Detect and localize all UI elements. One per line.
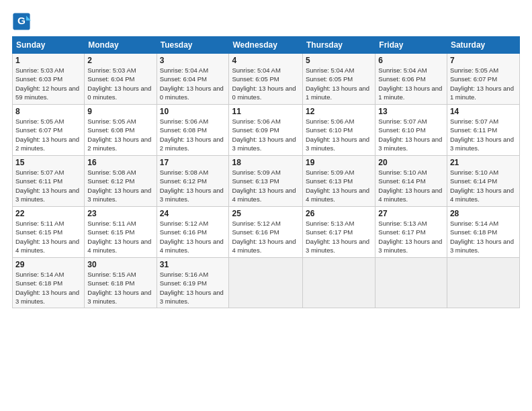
day-number: 18 — [232, 158, 300, 167]
week-row-3: 15Sunrise: 5:07 AMSunset: 6:11 PMDayligh… — [13, 156, 520, 207]
day-info: Sunrise: 5:13 AMSunset: 6:17 PMDaylight:… — [378, 219, 444, 255]
day-number: 22 — [15, 209, 81, 218]
weekday-header-friday: Friday — [375, 37, 447, 54]
day-number: 5 — [306, 56, 372, 65]
day-info: Sunrise: 5:06 AMSunset: 6:10 PMDaylight:… — [306, 117, 372, 152]
week-row-5: 29Sunrise: 5:14 AMSunset: 6:18 PMDayligh… — [13, 258, 520, 308]
day-cell: 1Sunrise: 5:03 AMSunset: 6:03 PMDaylight… — [13, 54, 85, 105]
day-number: 30 — [87, 260, 153, 269]
day-cell: 21Sunrise: 5:10 AMSunset: 6:14 PMDayligh… — [447, 156, 519, 207]
day-info: Sunrise: 5:07 AMSunset: 6:11 PMDaylight:… — [450, 117, 517, 152]
day-info: Sunrise: 5:06 AMSunset: 6:09 PMDaylight:… — [232, 117, 300, 152]
day-info: Sunrise: 5:09 AMSunset: 6:13 PMDaylight:… — [306, 168, 372, 203]
day-number: 14 — [450, 107, 517, 116]
day-number: 4 — [232, 56, 300, 65]
day-cell: 23Sunrise: 5:11 AMSunset: 6:15 PMDayligh… — [85, 207, 157, 258]
day-info: Sunrise: 5:05 AMSunset: 6:08 PMDaylight:… — [87, 117, 153, 152]
logo-icon: G — [12, 12, 31, 31]
day-info: Sunrise: 5:09 AMSunset: 6:13 PMDaylight:… — [232, 168, 300, 203]
day-number: 24 — [160, 209, 226, 218]
day-cell: 27Sunrise: 5:13 AMSunset: 6:17 PMDayligh… — [375, 207, 447, 258]
day-cell: 4Sunrise: 5:04 AMSunset: 6:05 PMDaylight… — [229, 54, 303, 105]
week-row-4: 22Sunrise: 5:11 AMSunset: 6:15 PMDayligh… — [13, 207, 520, 258]
weekday-header-tuesday: Tuesday — [157, 37, 229, 54]
day-cell: 5Sunrise: 5:04 AMSunset: 6:05 PMDaylight… — [303, 54, 375, 105]
day-cell: 30Sunrise: 5:15 AMSunset: 6:18 PMDayligh… — [85, 258, 157, 308]
day-info: Sunrise: 5:03 AMSunset: 6:03 PMDaylight:… — [15, 66, 81, 101]
day-cell: 19Sunrise: 5:09 AMSunset: 6:13 PMDayligh… — [303, 156, 375, 207]
svg-text:G: G — [17, 15, 26, 26]
day-number: 19 — [306, 158, 372, 167]
day-info: Sunrise: 5:10 AMSunset: 6:14 PMDaylight:… — [450, 168, 517, 203]
day-number: 25 — [232, 209, 300, 218]
header: G — [12, 12, 520, 31]
day-number: 2 — [87, 56, 153, 65]
day-cell: 18Sunrise: 5:09 AMSunset: 6:13 PMDayligh… — [229, 156, 303, 207]
day-number: 7 — [450, 56, 517, 65]
day-number: 10 — [160, 107, 226, 116]
day-info: Sunrise: 5:12 AMSunset: 6:16 PMDaylight:… — [160, 219, 226, 255]
day-info: Sunrise: 5:07 AMSunset: 6:11 PMDaylight:… — [15, 168, 81, 203]
day-info: Sunrise: 5:04 AMSunset: 6:05 PMDaylight:… — [232, 66, 300, 101]
day-cell: 24Sunrise: 5:12 AMSunset: 6:16 PMDayligh… — [157, 207, 229, 258]
week-row-2: 8Sunrise: 5:05 AMSunset: 6:07 PMDaylight… — [13, 105, 520, 156]
day-cell: 3Sunrise: 5:04 AMSunset: 6:04 PMDaylight… — [157, 54, 229, 105]
day-info: Sunrise: 5:11 AMSunset: 6:15 PMDaylight:… — [87, 219, 153, 255]
day-number: 28 — [450, 209, 517, 218]
page: G SundayMondayTuesdayWednesdayThursdayFr… — [0, 0, 532, 411]
day-cell: 26Sunrise: 5:13 AMSunset: 6:17 PMDayligh… — [303, 207, 375, 258]
day-number: 13 — [378, 107, 444, 116]
weekday-header-thursday: Thursday — [303, 37, 375, 54]
day-info: Sunrise: 5:04 AMSunset: 6:04 PMDaylight:… — [160, 66, 226, 101]
day-cell: 11Sunrise: 5:06 AMSunset: 6:09 PMDayligh… — [229, 105, 303, 156]
day-number: 17 — [160, 158, 226, 167]
weekday-header-row: SundayMondayTuesdayWednesdayThursdayFrid… — [13, 37, 520, 54]
day-cell: 7Sunrise: 5:05 AMSunset: 6:07 PMDaylight… — [447, 54, 519, 105]
day-cell: 13Sunrise: 5:07 AMSunset: 6:10 PMDayligh… — [375, 105, 447, 156]
day-info: Sunrise: 5:04 AMSunset: 6:05 PMDaylight:… — [306, 66, 372, 101]
weekday-header-wednesday: Wednesday — [229, 37, 303, 54]
day-info: Sunrise: 5:15 AMSunset: 6:18 PMDaylight:… — [87, 270, 153, 306]
day-number: 21 — [450, 158, 517, 167]
day-number: 31 — [160, 260, 226, 269]
day-info: Sunrise: 5:05 AMSunset: 6:07 PMDaylight:… — [15, 117, 81, 152]
day-cell: 8Sunrise: 5:05 AMSunset: 6:07 PMDaylight… — [13, 105, 85, 156]
day-number: 8 — [15, 107, 81, 116]
day-number: 11 — [232, 107, 300, 116]
day-info: Sunrise: 5:08 AMSunset: 6:12 PMDaylight:… — [87, 168, 153, 203]
day-cell: 15Sunrise: 5:07 AMSunset: 6:11 PMDayligh… — [13, 156, 85, 207]
day-number: 3 — [160, 56, 226, 65]
day-cell: 17Sunrise: 5:08 AMSunset: 6:12 PMDayligh… — [157, 156, 229, 207]
day-cell — [303, 258, 375, 308]
day-info: Sunrise: 5:13 AMSunset: 6:17 PMDaylight:… — [306, 219, 372, 255]
day-cell: 20Sunrise: 5:10 AMSunset: 6:14 PMDayligh… — [375, 156, 447, 207]
day-info: Sunrise: 5:08 AMSunset: 6:12 PMDaylight:… — [160, 168, 226, 203]
day-cell: 10Sunrise: 5:06 AMSunset: 6:08 PMDayligh… — [157, 105, 229, 156]
day-number: 26 — [306, 209, 372, 218]
day-cell: 2Sunrise: 5:03 AMSunset: 6:04 PMDaylight… — [85, 54, 157, 105]
day-number: 27 — [378, 209, 444, 218]
day-cell: 25Sunrise: 5:12 AMSunset: 6:16 PMDayligh… — [229, 207, 303, 258]
calendar-table: SundayMondayTuesdayWednesdayThursdayFrid… — [12, 36, 520, 308]
day-info: Sunrise: 5:05 AMSunset: 6:07 PMDaylight:… — [450, 66, 517, 101]
day-cell — [375, 258, 447, 308]
day-info: Sunrise: 5:12 AMSunset: 6:16 PMDaylight:… — [232, 219, 300, 255]
day-cell: 22Sunrise: 5:11 AMSunset: 6:15 PMDayligh… — [13, 207, 85, 258]
day-cell: 12Sunrise: 5:06 AMSunset: 6:10 PMDayligh… — [303, 105, 375, 156]
day-info: Sunrise: 5:14 AMSunset: 6:18 PMDaylight:… — [15, 270, 81, 306]
day-cell: 6Sunrise: 5:04 AMSunset: 6:06 PMDaylight… — [375, 54, 447, 105]
day-number: 23 — [87, 209, 153, 218]
weekday-header-sunday: Sunday — [13, 37, 85, 54]
day-number: 16 — [87, 158, 153, 167]
day-info: Sunrise: 5:03 AMSunset: 6:04 PMDaylight:… — [87, 66, 153, 101]
day-info: Sunrise: 5:04 AMSunset: 6:06 PMDaylight:… — [378, 66, 444, 101]
day-number: 12 — [306, 107, 372, 116]
day-number: 9 — [87, 107, 153, 116]
day-number: 29 — [15, 260, 81, 269]
day-cell: 29Sunrise: 5:14 AMSunset: 6:18 PMDayligh… — [13, 258, 85, 308]
logo: G — [12, 12, 34, 31]
weekday-header-saturday: Saturday — [447, 37, 519, 54]
day-number: 20 — [378, 158, 444, 167]
day-cell: 9Sunrise: 5:05 AMSunset: 6:08 PMDaylight… — [85, 105, 157, 156]
day-cell — [229, 258, 303, 308]
